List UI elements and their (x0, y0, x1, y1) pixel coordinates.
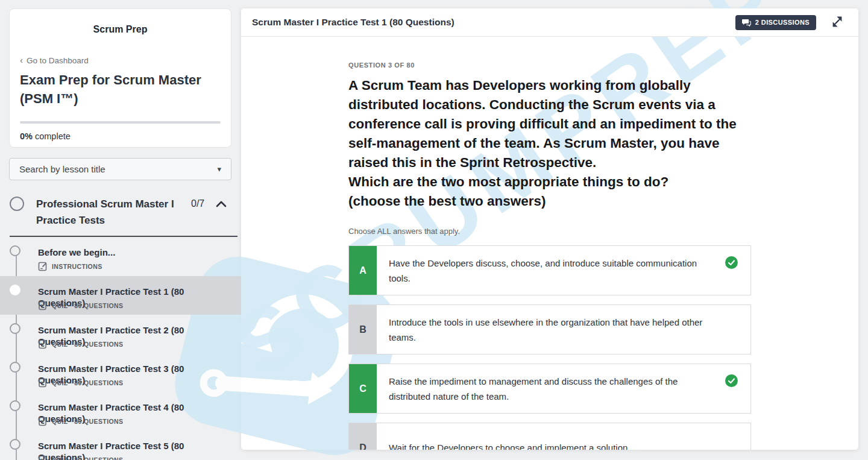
option-text: Raise the impediment to management and d… (377, 364, 725, 413)
answer-option-c[interactable]: C Raise the impediment to management and… (348, 364, 751, 414)
question-counter: QUESTION 3 OF 80 (348, 61, 775, 69)
lesson-status-circle (10, 439, 20, 450)
lesson-status-circle (10, 245, 20, 256)
question-text: A Scrum Team has Developers working from… (348, 76, 753, 211)
option-letter: A (349, 246, 377, 295)
course-summary-card: Scrum Prep ‹Go to Dashboard Exam Prep fo… (9, 8, 231, 148)
option-letter: B (349, 305, 377, 354)
chat-icon (742, 19, 751, 27)
progress-percent: 0% (20, 131, 33, 141)
school-title: Scrum Prep (20, 24, 221, 35)
quiz-icon (38, 339, 48, 349)
discussions-button[interactable]: 2 DISCUSSIONS (735, 15, 816, 30)
section-progress-circle (10, 197, 24, 211)
lesson-header: Scrum Master I Practice Test 1 (80 Quest… (241, 8, 858, 37)
section-title: Professional Scrum Master I Practice Tes… (36, 196, 187, 228)
chevron-up-icon[interactable] (216, 200, 227, 207)
lesson-status-circle (10, 400, 20, 411)
option-letter: D (349, 423, 377, 450)
option-text: Wait for the Developers to choose and im… (377, 423, 725, 450)
lesson-status-circle (10, 323, 20, 334)
lesson-status-circle (10, 362, 20, 373)
check-circle-icon (725, 246, 750, 295)
section-count: 0/7 (191, 198, 204, 209)
answer-option-a[interactable]: A Have the Developers discuss, choose, a… (348, 245, 751, 295)
chevron-left-icon: ‹ (20, 55, 23, 65)
lesson-status-circle (10, 285, 20, 295)
progress-label: 0%complete (20, 131, 221, 141)
chevron-down-icon: ▾ (217, 165, 221, 174)
answer-option-b[interactable]: B Introduce the tools in use elsewhere i… (348, 304, 751, 354)
quiz-icon (38, 455, 48, 460)
progress-bar (20, 121, 221, 124)
quiz-icon (38, 417, 48, 426)
check-circle-icon (725, 364, 750, 413)
course-sidebar: Scrum Prep ‹Go to Dashboard Exam Prep fo… (0, 0, 241, 460)
expand-button[interactable] (831, 15, 844, 30)
question-area: QUESTION 3 OF 80 A Scrum Team has Develo… (241, 37, 775, 450)
note-edit-icon (38, 262, 48, 271)
question-instruction: Choose ALL answers that apply. (348, 227, 775, 236)
expand-icon (832, 16, 843, 27)
option-text: Have the Developers discuss, choose, and… (377, 246, 725, 295)
back-link-label: Go to Dashboard (27, 56, 89, 65)
quiz-icon (38, 301, 48, 310)
lesson-panel: Scrum Master I Practice Test 1 (80 Quest… (241, 8, 858, 450)
lesson-search-select[interactable]: Search by lesson title ▾ (9, 158, 231, 180)
answer-option-d[interactable]: D Wait for the Developers to choose and … (348, 423, 751, 450)
option-text: Introduce the tools in use elsewhere in … (377, 305, 725, 354)
quiz-icon (38, 378, 48, 388)
go-to-dashboard-link[interactable]: ‹Go to Dashboard (20, 55, 221, 65)
discussions-label: 2 DISCUSSIONS (755, 19, 810, 26)
section-divider (10, 236, 237, 237)
answer-options: A Have the Developers discuss, choose, a… (348, 245, 751, 450)
lesson-title: Scrum Master I Practice Test 1 (80 Quest… (252, 17, 735, 28)
lesson-search-placeholder: Search by lesson title (19, 164, 217, 174)
course-title: Exam Prep for Scrum Master (PSM I™) (20, 71, 221, 108)
option-letter: C (349, 364, 377, 413)
